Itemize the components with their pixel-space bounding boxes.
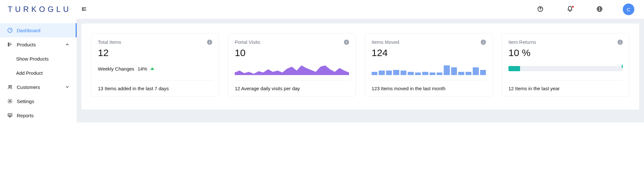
sidebar-sub-show-products[interactable]: Show Products	[0, 52, 77, 66]
card-footer: 12 Items in the last year	[508, 81, 623, 91]
sidebar-toggle-button[interactable]	[80, 5, 88, 13]
card-value: 10 %	[508, 47, 623, 58]
sidebar-item-reports[interactable]: Reports	[0, 108, 77, 122]
sidebar-sub-add-product[interactable]: Add Product	[0, 66, 77, 80]
card-footer: 123 Items moved in the last month	[372, 81, 486, 91]
help-button[interactable]	[534, 3, 547, 16]
card-value: 124	[372, 47, 486, 58]
svg-point-16	[11, 85, 12, 86]
dashboard-icon	[7, 27, 13, 33]
weekly-changes-pct: 14%	[137, 66, 147, 72]
info-icon[interactable]: i	[618, 40, 623, 45]
notification-badge	[572, 6, 574, 8]
card-item-returns: Item Returns i 10 % 12 Items in the last…	[502, 33, 630, 97]
sidebar-sub-label: Add Product	[16, 70, 43, 76]
globe-icon	[596, 6, 603, 13]
dashboard-panel: Total Items i 12 Weekly Changes 14% 13 I…	[81, 24, 639, 110]
info-icon[interactable]: i	[207, 40, 212, 45]
card-title: Portal Visits	[235, 39, 260, 45]
sidebar-item-label: Reports	[17, 113, 70, 118]
svg-point-9	[8, 43, 9, 44]
svg-point-11	[8, 44, 9, 45]
language-button[interactable]	[593, 3, 606, 16]
info-icon[interactable]: i	[344, 40, 349, 45]
reports-icon	[7, 112, 13, 118]
card-value: 12	[98, 47, 212, 58]
avatar-initial: C	[627, 7, 630, 12]
gear-icon	[7, 98, 13, 104]
weekly-changes: Weekly Changes 14%	[98, 66, 154, 72]
stats-cards: Total Items i 12 Weekly Changes 14% 13 I…	[91, 33, 630, 97]
header: TURKOGLU	[0, 0, 644, 19]
card-footer: 13 Items added in the last 7 days	[98, 81, 212, 91]
card-footer: 12 Average daily visits per day	[235, 81, 349, 91]
svg-point-13	[8, 45, 9, 46]
card-title: Items Moved	[372, 39, 399, 45]
sidebar-item-settings[interactable]: Settings	[0, 94, 77, 108]
portal-visits-sparkline	[235, 63, 349, 75]
card-title: Total Items	[98, 39, 121, 45]
main-content: Total Items i 12 Weekly Changes 14% 13 I…	[77, 19, 644, 122]
sidebar-item-label: Customers	[17, 84, 65, 90]
card-items-moved: Items Moved i 124 123 Items moved in the…	[365, 33, 493, 97]
avatar[interactable]: C	[623, 4, 634, 15]
sidebar: Dashboard Products Show Products Add Pro…	[0, 19, 77, 122]
customers-icon	[7, 84, 13, 90]
item-returns-progress	[508, 66, 623, 71]
logo[interactable]: TURKOGLU	[8, 5, 77, 14]
trend-up-icon	[150, 67, 154, 70]
progress-fill	[508, 66, 520, 71]
sidebar-sub-label: Show Products	[16, 56, 49, 62]
items-moved-sparkline	[372, 63, 486, 75]
notifications-button[interactable]	[564, 3, 576, 16]
card-portal-visits: Portal Visits i 10 12 Average daily visi…	[228, 33, 356, 97]
sidebar-item-dashboard[interactable]: Dashboard	[0, 23, 77, 37]
card-title: Item Returns	[508, 39, 536, 45]
sidebar-item-label: Products	[17, 42, 65, 47]
chevron-up-icon	[65, 42, 70, 47]
help-icon	[537, 6, 544, 13]
info-icon[interactable]: i	[481, 40, 486, 45]
sidebar-item-products[interactable]: Products	[0, 37, 77, 52]
products-icon	[7, 42, 13, 47]
sidebar-item-label: Dashboard	[17, 28, 69, 33]
card-total-items: Total Items i 12 Weekly Changes 14% 13 I…	[91, 33, 219, 97]
progress-tip	[622, 65, 623, 68]
card-value: 10	[235, 47, 349, 58]
svg-point-15	[9, 85, 10, 87]
weekly-changes-label: Weekly Changes	[98, 66, 134, 72]
svg-point-4	[540, 10, 540, 10]
chevron-down-icon	[65, 85, 70, 89]
sidebar-item-label: Settings	[17, 99, 70, 104]
sidebar-item-customers[interactable]: Customers	[0, 80, 77, 94]
menu-collapse-icon	[81, 6, 87, 13]
svg-point-17	[9, 101, 11, 102]
